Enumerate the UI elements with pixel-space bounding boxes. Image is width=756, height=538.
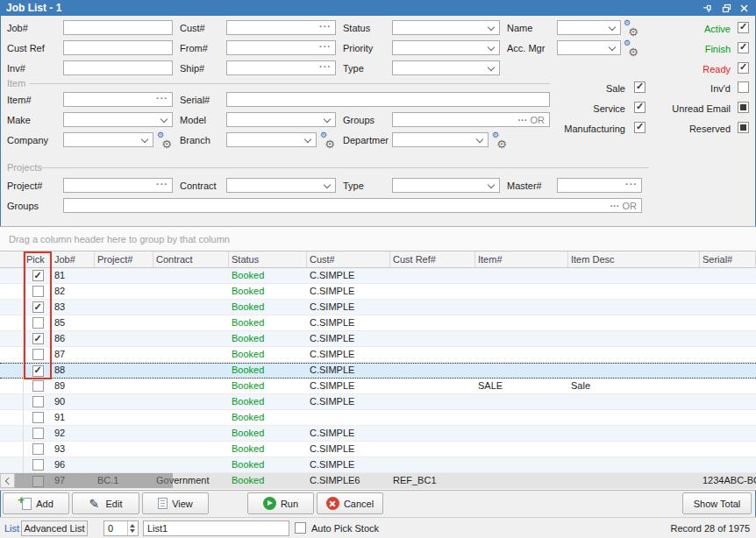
edit-button[interactable]: Edit: [72, 492, 139, 514]
col-header-cust[interactable]: Cust#: [307, 251, 390, 267]
cust-ref-input[interactable]: [63, 40, 173, 55]
active-checkbox[interactable]: [738, 22, 749, 33]
grid-row[interactable]: 92BookedC.SIMPLE: [0, 426, 756, 442]
pick-checkbox[interactable]: [32, 270, 44, 281]
ellipsis-icon[interactable]: [319, 41, 332, 52]
unread-email-checkbox[interactable]: [738, 102, 749, 113]
pin-icon[interactable]: [700, 2, 714, 14]
company-combo[interactable]: [63, 132, 153, 147]
project-type-combo[interactable]: [392, 178, 500, 193]
restore-icon[interactable]: [719, 2, 733, 14]
auto-pick-checkbox[interactable]: [295, 522, 306, 534]
type-combo[interactable]: [392, 60, 500, 75]
project-no-input[interactable]: [63, 178, 173, 193]
cust-input[interactable]: [226, 20, 336, 35]
col-header-job[interactable]: Job#: [52, 251, 95, 267]
grid-row[interactable]: 90BookedC.SIMPLE: [0, 394, 756, 410]
pick-checkbox[interactable]: [32, 380, 44, 392]
ship-input[interactable]: [226, 60, 336, 75]
pick-checkbox[interactable]: [32, 286, 44, 297]
cell-cust_ref: REF_BC1: [390, 473, 475, 489]
cancel-button[interactable]: Cancel: [317, 492, 383, 514]
list-number-spinner[interactable]: 0: [103, 520, 139, 536]
view-button[interactable]: View: [142, 492, 209, 514]
pick-checkbox[interactable]: [32, 428, 44, 439]
hscroll-left-arrow[interactable]: [0, 473, 15, 488]
hscroll-thumb[interactable]: [15, 473, 173, 488]
make-combo[interactable]: [63, 112, 173, 127]
show-total-button[interactable]: Show Total: [682, 492, 752, 514]
name-gear-icon[interactable]: [623, 21, 639, 36]
priority-combo[interactable]: [392, 40, 500, 55]
pick-checkbox[interactable]: [32, 349, 44, 360]
grid-row[interactable]: 96BookedC.SIMPLE: [0, 457, 756, 473]
grid-row[interactable]: 97BC.1GovernmentBookedC.SIMPLE6REF_BC112…: [0, 473, 756, 489]
group-by-panel[interactable]: Drag a column header here to group by th…: [0, 227, 756, 251]
pick-checkbox[interactable]: [32, 443, 44, 455]
pick-checkbox[interactable]: [32, 317, 44, 329]
cell-item_desc: [568, 473, 700, 489]
add-button[interactable]: Add: [3, 492, 69, 514]
grid-row[interactable]: 86BookedC.SIMPLE: [0, 331, 756, 347]
branch-combo[interactable]: [226, 132, 317, 147]
grid-row[interactable]: 85BookedC.SIMPLE: [0, 315, 756, 331]
grid-row[interactable]: 89BookedC.SIMPLESALESale: [0, 379, 756, 394]
ellipsis-icon[interactable]: [625, 179, 638, 189]
master-input[interactable]: [557, 178, 642, 193]
col-header-item_desc[interactable]: Item Desc: [568, 251, 700, 267]
col-header-contract[interactable]: Contract: [153, 251, 229, 267]
list-link[interactable]: List: [4, 523, 19, 534]
col-header-item[interactable]: Item#: [475, 251, 568, 267]
branch-gear-icon[interactable]: [319, 133, 336, 148]
finish-checkbox[interactable]: [738, 42, 749, 53]
pick-checkbox[interactable]: [32, 396, 44, 407]
col-header-serial[interactable]: Serial#: [700, 251, 756, 267]
project-groups-input[interactable]: OR: [63, 198, 642, 213]
run-button[interactable]: Run: [247, 492, 314, 514]
reserved-checkbox[interactable]: [738, 122, 749, 133]
name-combo[interactable]: [557, 20, 621, 35]
grid-row[interactable]: 88BookedC.SIMPLE: [0, 363, 756, 379]
manufacturing-label: Manufacturing: [491, 124, 625, 135]
from-input[interactable]: [226, 40, 336, 55]
col-header-cust_ref[interactable]: Cust Ref#: [390, 251, 475, 267]
model-combo[interactable]: [226, 112, 336, 127]
close-icon[interactable]: [737, 2, 751, 14]
col-header-pick[interactable]: Pick: [24, 251, 52, 267]
cell-cust: C.SIMPLE: [307, 364, 390, 378]
company-gear-icon[interactable]: [156, 133, 173, 148]
grid-row[interactable]: 91Booked: [0, 410, 756, 426]
item-no-input[interactable]: [63, 92, 173, 107]
grid-row[interactable]: 83BookedC.SIMPLE: [0, 300, 756, 315]
grid-row[interactable]: 82BookedC.SIMPLE: [0, 284, 756, 300]
advanced-list-button[interactable]: Advanced List: [21, 520, 88, 536]
acc-mgr-gear-icon[interactable]: [623, 41, 639, 56]
spinner-up-icon[interactable]: [130, 524, 135, 527]
grid-row[interactable]: 93BookedC.SIMPLE: [0, 442, 756, 457]
contract-combo[interactable]: [226, 178, 336, 193]
cell-cust_ref: [390, 300, 475, 315]
ellipsis-icon[interactable]: [156, 179, 168, 189]
job-input[interactable]: [63, 20, 173, 35]
department-gear-icon[interactable]: [491, 133, 508, 148]
ellipsis-icon[interactable]: [319, 21, 332, 32]
acc-mgr-combo[interactable]: [557, 40, 621, 55]
list-name-input[interactable]: List1: [143, 520, 289, 536]
ready-checkbox[interactable]: [738, 62, 749, 74]
status-combo[interactable]: [392, 20, 500, 35]
spinner-down-icon[interactable]: [130, 529, 135, 533]
ellipsis-icon[interactable]: [319, 61, 332, 72]
col-header-status[interactable]: Status: [229, 251, 307, 267]
pick-checkbox[interactable]: [32, 333, 44, 344]
pick-checkbox[interactable]: [32, 301, 44, 313]
department-combo[interactable]: [392, 132, 489, 147]
pick-checkbox[interactable]: [32, 459, 44, 471]
grid-row[interactable]: 87BookedC.SIMPLE: [0, 347, 756, 363]
inv-input[interactable]: [63, 60, 173, 75]
invd-checkbox[interactable]: [738, 81, 749, 93]
grid-row[interactable]: 81BookedC.SIMPLE: [0, 268, 756, 284]
pick-checkbox[interactable]: [32, 365, 44, 377]
pick-checkbox[interactable]: [32, 412, 44, 423]
ellipsis-icon[interactable]: [156, 93, 168, 103]
col-header-project[interactable]: Project#: [95, 251, 153, 267]
